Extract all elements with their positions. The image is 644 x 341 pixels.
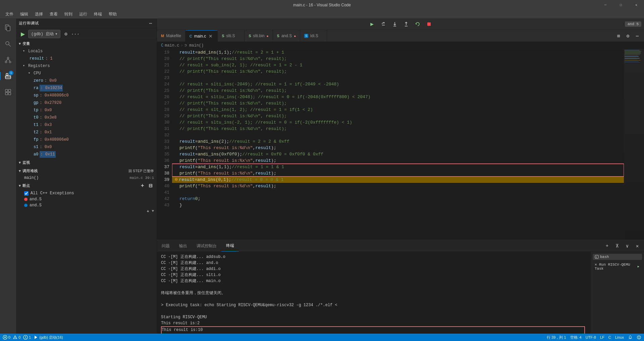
- maximize-button[interactable]: □: [613, 0, 629, 10]
- debug-step-into-btn[interactable]: [390, 19, 399, 29]
- menu-file[interactable]: 文件: [3, 11, 16, 18]
- var-result[interactable]: result : 1: [16, 55, 157, 62]
- activity-debug[interactable]: 1: [0, 68, 16, 84]
- more-actions-btn[interactable]: ⋯: [633, 32, 641, 40]
- menu-select[interactable]: 选择: [32, 11, 46, 18]
- add-breakpoint-button[interactable]: +: [139, 182, 146, 189]
- code-line-21[interactable]: // result = sub_ins(2, 1); //result = 1 …: [172, 62, 624, 68]
- split-editor-btn[interactable]: ⊞: [614, 32, 623, 40]
- panel-tab-terminal[interactable]: 终端: [221, 240, 239, 252]
- status-feedback[interactable]: [637, 335, 641, 340]
- status-notifications[interactable]: [628, 335, 633, 340]
- debug-continue-btn[interactable]: ▶: [367, 19, 377, 29]
- watch-header[interactable]: ▾ 监视: [16, 159, 157, 166]
- callstack-main[interactable]: main() main.c 39:1: [16, 175, 157, 181]
- registers-group[interactable]: ▾ Registers: [16, 62, 157, 70]
- menu-view[interactable]: 查看: [47, 11, 60, 18]
- breadcrumb-file[interactable]: main.c: [165, 43, 179, 48]
- variables-header[interactable]: ▾ 变量: [16, 40, 157, 48]
- panel-maximize-btn[interactable]: ⊼: [613, 242, 621, 250]
- activity-extensions[interactable]: [0, 84, 16, 100]
- tab-makefile[interactable]: M Makefile: [157, 30, 185, 42]
- code-line-41[interactable]: [172, 189, 624, 196]
- activity-search[interactable]: [0, 36, 16, 52]
- activity-scm[interactable]: [0, 52, 16, 68]
- debug-more-button[interactable]: ···: [71, 30, 79, 38]
- terminal-task-tab[interactable]: ✕ Run RISCV-QEMU Task: [593, 261, 642, 272]
- reg-s1[interactable]: s1 : 0x0: [16, 143, 157, 151]
- reg-fp[interactable]: fp : 0x408006e0: [16, 136, 157, 143]
- panel-tab-debug-console[interactable]: 调试控制台: [192, 240, 221, 252]
- code-line-38[interactable]: printf("This result is:%d\n", result);: [172, 170, 624, 177]
- cpu-group[interactable]: ▾ CPU: [16, 70, 157, 77]
- bp-cpp-checkbox[interactable]: [24, 191, 29, 196]
- code-line-26[interactable]: // result = sltiu_ins(-2048); //result =…: [172, 94, 624, 100]
- tab-and-s[interactable]: S and.S ●: [273, 30, 301, 42]
- tab-slti-bin[interactable]: S slti.bin ●: [245, 30, 273, 42]
- code-line-43[interactable]: }: [172, 202, 624, 208]
- code-line-24[interactable]: // result = slti_ins(-2049); //result = …: [172, 81, 624, 87]
- code-line-36[interactable]: printf("This result is:%x\n", result);: [172, 157, 624, 164]
- code-line-37[interactable]: result = and_ins(1, 1); //result = 1 = 1…: [172, 164, 624, 170]
- settings-gear-btn[interactable]: ⚙: [624, 32, 632, 40]
- debug-restart-btn[interactable]: [413, 19, 422, 29]
- locals-group[interactable]: ▾ Locals: [16, 48, 157, 55]
- tab-ldi-s[interactable]: S ldi.S: [300, 30, 327, 42]
- code-line-34[interactable]: printf("This result is:%d\n", result);: [172, 145, 624, 151]
- reg-ra[interactable]: ra : 0x10234: [16, 84, 157, 92]
- code-line-31[interactable]: // printf("This result is:%d\n", result)…: [172, 126, 624, 132]
- status-encoding[interactable]: UTF-8: [586, 335, 596, 340]
- status-platform[interactable]: Linux: [615, 335, 624, 340]
- status-errors[interactable]: 0 0: [3, 335, 20, 340]
- code-line-42[interactable]: return 0;: [172, 196, 624, 202]
- menu-edit[interactable]: 编辑: [17, 11, 31, 18]
- menu-run[interactable]: 运行: [76, 11, 90, 18]
- panel-tab-problems[interactable]: 问题: [157, 240, 174, 252]
- bp-all-cpp[interactable]: All C++ Exceptions: [16, 190, 157, 196]
- reg-t2[interactable]: t2 : 0x1: [16, 129, 157, 136]
- breakpoints-header[interactable]: ▾ 断点 + ⊟: [16, 181, 157, 190]
- status-debug-config[interactable]: (gdb) 启动(16): [34, 335, 63, 340]
- status-spaces[interactable]: 空格: 4: [570, 335, 582, 340]
- tab-slti-s[interactable]: S slti.S: [218, 30, 245, 42]
- code-line-19[interactable]: result = add_ins(1, 1); //result = 2 = 1…: [172, 49, 624, 56]
- bp-and-s-1[interactable]: and.S: [16, 196, 157, 202]
- panel-tab-output[interactable]: 输出: [174, 240, 192, 252]
- status-warnings[interactable]: 1: [23, 335, 31, 340]
- reg-gp[interactable]: gp : 0x27920: [16, 99, 157, 107]
- code-line-22[interactable]: // printf("This result is:%d\n", result)…: [172, 68, 624, 75]
- reg-zero[interactable]: zero : 0x0: [16, 77, 157, 84]
- status-line-col[interactable]: 行 39，列 1: [547, 335, 566, 340]
- debug-stop-btn[interactable]: [424, 19, 434, 29]
- status-line-endings[interactable]: LF: [600, 335, 604, 340]
- debug-step-out-btn[interactable]: [401, 19, 411, 29]
- remove-breakpoints-button[interactable]: ⊟: [147, 182, 154, 189]
- tab-main-c[interactable]: C main.c ✕: [185, 30, 218, 42]
- debug-settings-button[interactable]: ⚙: [62, 30, 70, 38]
- menu-help[interactable]: 帮助: [106, 11, 119, 18]
- code-line-32[interactable]: [172, 132, 624, 138]
- code-lines[interactable]: result = add_ins(1, 1); //result = 2 = 1…: [172, 49, 624, 240]
- code-line-25[interactable]: // printf("This result is:%d\n", result)…: [172, 87, 624, 94]
- code-line-33[interactable]: result = andi_ins(2); //result = 2 = 2 &…: [172, 138, 624, 145]
- code-line-28[interactable]: // result = slt_ins(1, 2); //result = 1 …: [172, 107, 624, 113]
- code-line-35[interactable]: result = andi_ins(0xf0f0); //result = 0x…: [172, 151, 624, 157]
- minimize-button[interactable]: ─: [598, 0, 613, 10]
- code-line-39[interactable]: ⊙ result = and_ins(0, 1); //result = 0 =…: [172, 177, 624, 183]
- callstack-header[interactable]: ▾ 调用堆栈 回 STEP 已暂停: [16, 167, 157, 175]
- panel-minimize-btn[interactable]: ∨: [623, 242, 631, 250]
- menu-terminal[interactable]: 终端: [91, 11, 105, 18]
- close-button[interactable]: ✕: [629, 0, 644, 10]
- menu-goto[interactable]: 转到: [62, 11, 75, 18]
- debug-config-select[interactable]: (gdb) 启动 ▾: [28, 30, 60, 38]
- panel-add-btn[interactable]: +: [603, 242, 611, 250]
- status-language[interactable]: C: [608, 335, 611, 340]
- reg-a0[interactable]: a0 : 0x11: [16, 151, 157, 158]
- reg-sp[interactable]: sp : 0x408006c0: [16, 92, 157, 99]
- activity-explorer[interactable]: [0, 20, 16, 36]
- code-line-27[interactable]: // printf("This result is:%d\n", result)…: [172, 100, 624, 107]
- bp-and-s-2[interactable]: and.S: [16, 202, 157, 208]
- reg-tp[interactable]: tp : 0x0: [16, 107, 157, 114]
- tab-close-main[interactable]: ✕: [208, 33, 213, 39]
- terminal-content[interactable]: CC -[M] 正在构建... addsub.o CC -[M] 正在构建...…: [157, 252, 590, 334]
